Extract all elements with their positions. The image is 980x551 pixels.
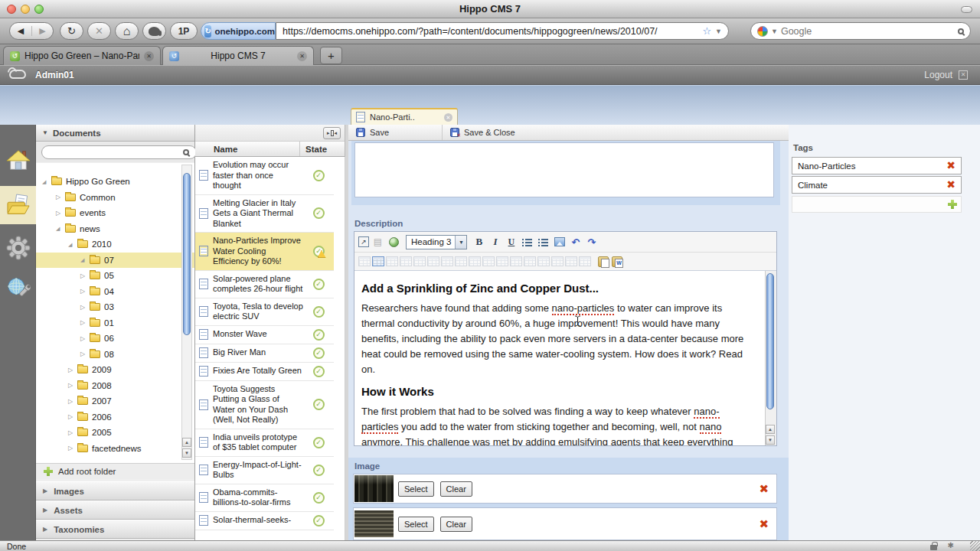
tree-item[interactable]: 2010 xyxy=(36,236,194,253)
remove-icon[interactable]: ✖ xyxy=(759,483,769,494)
expand-icon[interactable] xyxy=(80,350,90,357)
document-row[interactable]: Toyota Suggests Putting a Glass of Water… xyxy=(195,381,334,429)
expand-icon[interactable] xyxy=(56,194,65,201)
ordered-list-icon[interactable] xyxy=(520,236,534,249)
document-row-selected[interactable]: Nano-Particles Improve Water Cooling Eff… xyxy=(195,233,334,271)
browser-tab-cms[interactable]: ↺ Hippo CMS 7 ✕ xyxy=(162,46,314,65)
link-icon[interactable] xyxy=(387,236,401,249)
extension-icon[interactable]: ✱ xyxy=(948,541,954,549)
tab-close-icon[interactable]: ✕ xyxy=(144,51,154,61)
tree-item[interactable]: 03 xyxy=(36,299,194,315)
document-row[interactable]: India unveils prototype of $35 tablet co… xyxy=(195,429,334,457)
expand-icon[interactable] xyxy=(68,398,77,405)
search-engine-dropdown-icon[interactable]: ▼ xyxy=(771,28,778,35)
document-row[interactable]: Obama-commits-billions-to-solar-firms xyxy=(195,484,334,512)
add-root-folder-button[interactable]: Add root folder xyxy=(36,463,194,479)
italic-icon[interactable]: I xyxy=(488,236,502,249)
tree-item[interactable]: 04 xyxy=(36,284,194,300)
stop-icon[interactable]: ✕ xyxy=(87,22,111,40)
paste-icon[interactable] xyxy=(598,256,609,267)
scroll-up-icon[interactable]: ▲ xyxy=(182,438,191,447)
expand-icon[interactable] xyxy=(56,210,65,217)
search-icon[interactable] xyxy=(958,28,964,34)
document-row[interactable]: Big River Man xyxy=(195,344,334,363)
resize-grip[interactable] xyxy=(970,541,980,551)
expand-icon[interactable] xyxy=(80,256,90,263)
redo-icon[interactable]: ↷ xyxy=(584,236,599,249)
bookmark-star-icon[interactable]: ☆ xyxy=(702,25,711,37)
logout-icon[interactable]: ✕ xyxy=(959,70,968,80)
tree-item[interactable]: 2009 xyxy=(36,362,194,378)
expand-icon[interactable] xyxy=(68,367,77,373)
tab-close-icon[interactable]: ✕ xyxy=(297,51,307,61)
reload-icon[interactable]: ↻ xyxy=(60,22,83,40)
tree-item[interactable]: 08 xyxy=(36,347,194,363)
select-button[interactable]: Select xyxy=(398,481,434,497)
section-images[interactable]: ▶ Images xyxy=(36,481,194,500)
tree-item[interactable]: 06 xyxy=(36,331,194,347)
column-header-name[interactable]: Name xyxy=(195,145,299,154)
format-select[interactable]: Heading 3 ▼ xyxy=(406,235,467,249)
toolbar-toggle-button[interactable] xyxy=(961,6,972,13)
expand-icon[interactable] xyxy=(42,178,51,185)
scroll-down-icon[interactable]: ▼ xyxy=(766,435,775,445)
folder-search-input[interactable] xyxy=(41,145,197,159)
tag-field[interactable]: Nano-Particles ✖ xyxy=(792,157,962,174)
remove-tag-icon[interactable]: ✖ xyxy=(946,179,956,191)
table-properties-icon[interactable] xyxy=(372,256,384,266)
insert-image-icon[interactable] xyxy=(552,236,567,249)
expand-icon[interactable] xyxy=(80,304,90,311)
expand-icon[interactable] xyxy=(68,413,77,420)
document-row[interactable]: Solar-powered plane completes 26-hour fl… xyxy=(195,271,334,298)
maximize-icon[interactable]: ↗ xyxy=(358,236,369,247)
tab-close-icon[interactable]: ✕ xyxy=(444,113,452,122)
document-row[interactable]: Melting Glacier in Italy Gets a Giant Th… xyxy=(195,195,334,233)
summary-field[interactable] xyxy=(354,142,774,197)
forward-icon[interactable]: ▶ xyxy=(31,26,53,36)
documents-panel-header[interactable]: ▼ Documents xyxy=(36,125,194,142)
section-assets[interactable]: ▶ Assets xyxy=(36,500,194,520)
perspective-admin[interactable] xyxy=(0,229,36,267)
save-close-button[interactable]: ✕ Save & Close xyxy=(443,125,523,140)
search-input[interactable] xyxy=(781,26,955,37)
url-dropdown-icon[interactable]: ▼ xyxy=(715,28,722,35)
document-row[interactable]: Evolution may occur faster than once tho… xyxy=(195,157,334,195)
editor-document-tab[interactable]: Nano-Parti.. ✕ xyxy=(351,108,458,125)
column-header-state[interactable]: State xyxy=(300,145,327,154)
tree-item[interactable]: news xyxy=(36,221,194,237)
google-icon[interactable] xyxy=(757,26,768,37)
scrollbar-thumb[interactable] xyxy=(183,173,191,335)
tree-item[interactable]: Hippo Go Green xyxy=(36,174,194,190)
tree-item[interactable]: 05 xyxy=(36,268,194,284)
expand-icon[interactable] xyxy=(80,319,90,326)
tree-item[interactable]: facetednews xyxy=(36,441,194,457)
new-tab-button[interactable]: + xyxy=(320,47,342,64)
expand-icon[interactable] xyxy=(68,445,77,452)
document-row[interactable]: Fixies Are Totally Green xyxy=(195,363,334,381)
remove-tag-icon[interactable]: ✖ xyxy=(946,160,956,171)
clear-button[interactable]: Clear xyxy=(440,481,472,497)
tree-item-selected[interactable]: 07 xyxy=(36,253,194,269)
document-row[interactable]: Solar-thermal-seeks- xyxy=(195,512,334,530)
perspective-home[interactable] xyxy=(0,142,36,180)
perspective-console[interactable] xyxy=(0,269,36,307)
save-button[interactable]: Save xyxy=(348,125,443,140)
tree-item[interactable]: Common xyxy=(36,190,194,206)
expand-icon[interactable] xyxy=(80,272,90,279)
rte-content[interactable]: Add a Sprinkling of Zinc and Copper Dust… xyxy=(354,271,765,445)
section-taxonomies[interactable]: ▶ Taxonomies xyxy=(36,520,194,539)
unordered-list-icon[interactable] xyxy=(536,236,550,249)
expand-icon[interactable] xyxy=(80,335,90,342)
add-tag-icon[interactable] xyxy=(948,200,957,209)
scrollbar-thumb[interactable] xyxy=(766,273,774,409)
bold-icon[interactable]: B xyxy=(472,236,486,249)
expand-icon[interactable] xyxy=(68,241,77,248)
expand-icon[interactable] xyxy=(56,225,65,232)
expand-icon[interactable] xyxy=(80,288,90,295)
logout-link[interactable]: Logout xyxy=(924,70,952,80)
tag-field[interactable]: Climate ✖ xyxy=(792,176,962,194)
tree-item[interactable]: 2005 xyxy=(36,425,194,441)
expand-icon[interactable] xyxy=(68,382,77,389)
tree-item[interactable]: 2006 xyxy=(36,409,194,425)
undo-icon[interactable]: ↶ xyxy=(568,236,583,249)
